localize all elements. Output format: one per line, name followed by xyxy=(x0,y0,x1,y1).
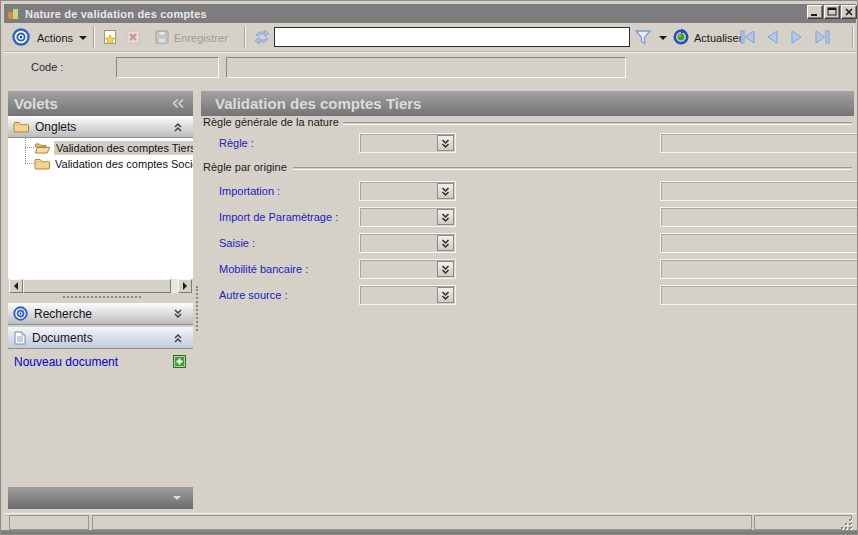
nav-previous-icon[interactable] xyxy=(765,30,779,44)
sidebar-header: Volets xyxy=(8,91,193,116)
field-label-regle: Règle : xyxy=(219,137,254,149)
scroll-right-button[interactable] xyxy=(178,279,192,293)
chevron-up-double-icon[interactable] xyxy=(172,121,184,133)
folder-icon xyxy=(13,120,29,133)
code-row: Code : xyxy=(4,52,856,88)
regle-field[interactable] xyxy=(660,133,858,153)
nav-first-icon[interactable] xyxy=(740,30,756,44)
main-header: Validation des comptes Tiers xyxy=(201,91,854,116)
app-icon xyxy=(7,7,20,20)
chevron-down-icon xyxy=(173,496,181,500)
document-icon xyxy=(14,331,26,345)
add-plus-icon[interactable] xyxy=(173,355,186,368)
new-document-icon[interactable] xyxy=(102,29,118,45)
sidebar-bottom-bar[interactable] xyxy=(8,487,193,509)
tree-connector xyxy=(25,138,26,163)
importation-combobox[interactable] xyxy=(359,181,456,201)
chevron-down-double-icon xyxy=(440,138,451,149)
mobilite-bancaire-combobox[interactable] xyxy=(359,259,456,279)
resize-grip[interactable] xyxy=(841,519,853,529)
group-title: Règle générale de la nature xyxy=(203,116,343,128)
toolbar-separator xyxy=(244,26,245,48)
sidebar-section-recherche[interactable]: Recherche xyxy=(8,303,193,325)
combo-dropdown-button[interactable] xyxy=(437,209,454,225)
minimize-icon xyxy=(810,7,820,17)
sidebar-title: Volets xyxy=(14,95,58,112)
importation-field[interactable] xyxy=(660,181,858,201)
delete-icon[interactable] xyxy=(126,30,140,44)
chevron-down-double-icon[interactable] xyxy=(172,308,184,320)
chevron-down-double-icon xyxy=(440,186,451,197)
actions-bullseye-icon[interactable] xyxy=(12,28,30,46)
nav-last-icon[interactable] xyxy=(814,30,830,44)
tree-connector xyxy=(25,163,34,164)
vertical-splitter[interactable] xyxy=(193,91,201,512)
group-line xyxy=(341,122,852,124)
code-label: Code : xyxy=(31,61,63,73)
save-button[interactable]: Enregistrer xyxy=(174,32,228,44)
horizontal-splitter-handle[interactable] xyxy=(63,296,141,298)
close-icon xyxy=(844,7,854,17)
regle-combobox[interactable] xyxy=(359,133,456,153)
refresh-icon[interactable] xyxy=(672,28,690,46)
section-label: Onglets xyxy=(35,120,76,134)
close-button[interactable] xyxy=(841,5,857,19)
maximize-button[interactable] xyxy=(824,5,840,19)
code-field-1[interactable] xyxy=(116,57,219,78)
maximize-icon xyxy=(827,7,837,17)
saisie-combobox[interactable] xyxy=(359,233,456,253)
toolbar-search-input[interactable] xyxy=(274,27,630,47)
filter-icon[interactable] xyxy=(634,29,652,46)
status-bar xyxy=(4,513,856,530)
tree-horizontal-scrollbar[interactable] xyxy=(9,279,192,293)
title-bar[interactable]: Nature de validation des comptes xyxy=(4,4,856,23)
import-parametrage-field[interactable] xyxy=(660,207,858,227)
code-field-2[interactable] xyxy=(226,57,626,78)
new-document-link[interactable]: Nouveau document xyxy=(14,355,118,369)
tree-item-validation-societe[interactable]: Validation des comptes Société xyxy=(34,156,193,171)
import-parametrage-combobox[interactable] xyxy=(359,207,456,227)
chevron-down-double-icon xyxy=(440,290,451,301)
folder-icon xyxy=(34,157,50,170)
page-title: Validation des comptes Tiers xyxy=(215,95,421,112)
combo-dropdown-button[interactable] xyxy=(437,183,454,199)
status-cell xyxy=(92,515,752,530)
nav-next-icon[interactable] xyxy=(790,30,804,44)
combo-dropdown-button[interactable] xyxy=(437,287,454,303)
field-label-saisie: Saisie : xyxy=(219,237,255,249)
combo-dropdown-button[interactable] xyxy=(437,261,454,277)
group-title: Règle par origine xyxy=(203,161,291,173)
actions-menu[interactable]: Actions xyxy=(37,32,73,44)
scroll-left-button[interactable] xyxy=(9,279,23,293)
chevron-down-double-icon xyxy=(440,238,451,249)
onglets-tree: Validation des comptes Tiers Validation … xyxy=(8,138,193,279)
tree-connector xyxy=(25,147,34,148)
collapse-panel-icon[interactable] xyxy=(171,98,185,109)
field-label-mobilite-bancaire: Mobilité bancaire : xyxy=(219,263,308,275)
sidebar-section-onglets[interactable]: Onglets xyxy=(8,116,193,138)
field-label-import-parametrage: Import de Paramètrage : xyxy=(219,211,338,223)
tree-item-label: Validation des comptes Société xyxy=(53,157,193,171)
autre-source-field[interactable] xyxy=(660,285,858,305)
new-document-row: Nouveau document xyxy=(8,351,193,373)
save-icon[interactable] xyxy=(154,29,170,45)
vertical-splitter-handle[interactable] xyxy=(196,286,198,331)
chevron-up-double-icon[interactable] xyxy=(172,332,184,344)
group-line xyxy=(293,167,852,169)
refresh-button[interactable]: Actualiser xyxy=(694,32,742,44)
sidebar-section-documents[interactable]: Documents xyxy=(8,327,193,349)
sidebar: Volets Onglets Validation des comptes xyxy=(8,91,193,512)
actions-caret-icon[interactable] xyxy=(79,36,87,40)
combo-dropdown-button[interactable] xyxy=(437,235,454,251)
folder-open-icon xyxy=(34,141,51,154)
combo-dropdown-button[interactable] xyxy=(437,135,454,151)
sync-icon[interactable] xyxy=(253,29,271,45)
filter-caret-icon[interactable] xyxy=(659,36,667,40)
autre-source-combobox[interactable] xyxy=(359,285,456,305)
scrollbar-thumb[interactable] xyxy=(23,279,171,293)
saisie-field[interactable] xyxy=(660,233,858,253)
tree-item-validation-tiers[interactable]: Validation des comptes Tiers xyxy=(34,140,193,155)
mobilite-bancaire-field[interactable] xyxy=(660,259,858,279)
section-label: Recherche xyxy=(34,307,92,321)
minimize-button[interactable] xyxy=(807,5,823,19)
